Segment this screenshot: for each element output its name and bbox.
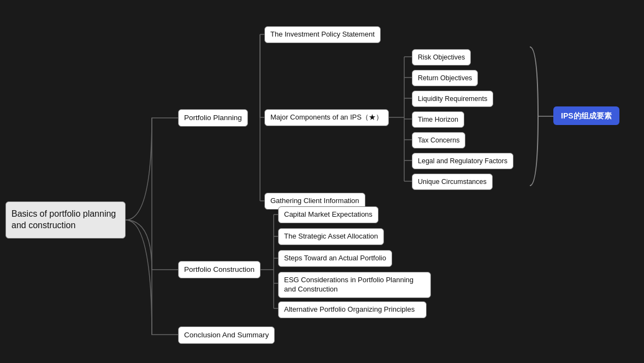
liquidity-requirements-node: Liquidity Requirements bbox=[412, 91, 493, 107]
return-objectives-node: Return Objectives bbox=[412, 70, 478, 86]
time-horizon-node: Time Horizon bbox=[412, 111, 464, 128]
root-node: Basics of portfolio planning and constru… bbox=[5, 201, 126, 239]
capital-market-expectations-node: Capital Market Expectations bbox=[278, 206, 379, 223]
legal-regulatory-node: Legal and Regulatory Factors bbox=[412, 153, 513, 169]
conclusion-summary-node: Conclusion And Summary bbox=[178, 326, 275, 344]
portfolio-planning-node: Portfolio Planning bbox=[178, 109, 248, 127]
strategic-asset-allocation-node: The Strategic Asset Allocation bbox=[278, 228, 384, 245]
unique-circumstances-node: Unique Circumstances bbox=[412, 174, 493, 190]
steps-actual-portfolio-node: Steps Toward an Actual Portfolio bbox=[278, 250, 392, 267]
tax-concerns-node: Tax Concerns bbox=[412, 132, 465, 148]
alternative-portfolio-node: Alternative Portfolio Organizing Princip… bbox=[278, 301, 427, 318]
ips-node: The Investment Policy Statement bbox=[264, 26, 381, 43]
mind-map-canvas: Basics of portfolio planning and constru… bbox=[0, 0, 644, 363]
risk-objectives-node: Risk Objectives bbox=[412, 49, 471, 66]
major-components-ips-node: Major Components of an IPS（★） bbox=[264, 109, 389, 126]
esg-considerations-node: ESG Considerations in Portfolio Planning… bbox=[278, 272, 431, 298]
portfolio-construction-node: Portfolio Construction bbox=[178, 261, 261, 278]
ips-badge[interactable]: IPS的组成要素 bbox=[553, 106, 619, 125]
